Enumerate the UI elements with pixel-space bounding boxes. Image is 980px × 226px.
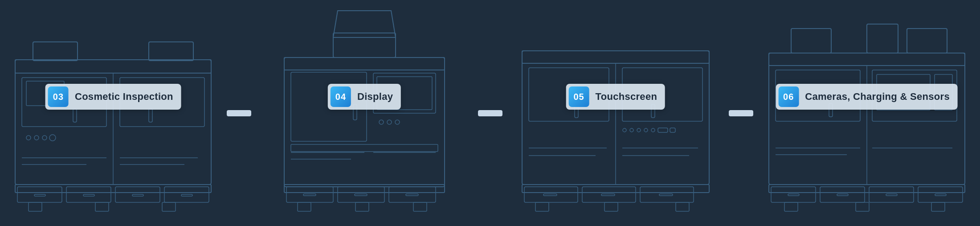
svg-rect-8 bbox=[15, 185, 211, 193]
svg-rect-101 bbox=[935, 194, 946, 196]
machine-svg-05 bbox=[509, 6, 723, 220]
svg-point-23 bbox=[49, 135, 56, 141]
svg-rect-73 bbox=[659, 194, 673, 196]
svg-rect-1 bbox=[33, 42, 78, 61]
label-badge-03[interactable]: 03 Cosmetic Inspection bbox=[45, 84, 181, 110]
svg-rect-50 bbox=[413, 202, 427, 211]
svg-point-37 bbox=[387, 120, 392, 124]
machine-slot-05: 05 Touchscreen bbox=[502, 0, 729, 226]
label-badge-04[interactable]: 04 Display bbox=[328, 84, 401, 110]
svg-rect-40 bbox=[291, 144, 438, 152]
svg-rect-71 bbox=[543, 194, 557, 196]
svg-point-38 bbox=[395, 120, 400, 124]
svg-rect-70 bbox=[640, 187, 694, 202]
svg-point-60 bbox=[623, 128, 626, 132]
svg-rect-66 bbox=[670, 128, 675, 132]
machine-slot-06: 06 Cameras, Charging & Sensors bbox=[753, 0, 980, 226]
svg-rect-15 bbox=[132, 194, 143, 196]
svg-rect-87 bbox=[769, 53, 965, 66]
svg-point-36 bbox=[379, 120, 384, 124]
svg-rect-85 bbox=[907, 29, 947, 53]
svg-rect-94 bbox=[771, 187, 816, 202]
machine-svg-03 bbox=[6, 6, 220, 220]
svg-rect-56 bbox=[522, 51, 709, 63]
station-label-04: Display bbox=[357, 91, 393, 103]
svg-rect-97 bbox=[918, 187, 963, 202]
machine-slot-03: 03 Cosmetic Inspection bbox=[0, 0, 227, 226]
svg-rect-19 bbox=[162, 202, 176, 211]
machine-svg-04 bbox=[257, 6, 471, 220]
svg-rect-16 bbox=[181, 194, 192, 196]
machine-slot-04: 04 Display bbox=[251, 0, 478, 226]
svg-rect-49 bbox=[355, 202, 369, 211]
svg-rect-13 bbox=[34, 194, 45, 196]
svg-rect-14 bbox=[83, 194, 94, 196]
svg-rect-33 bbox=[284, 58, 445, 70]
svg-rect-72 bbox=[601, 194, 615, 196]
main-scene: 03 Cosmetic Inspection bbox=[0, 0, 980, 226]
svg-point-64 bbox=[651, 128, 655, 132]
svg-rect-45 bbox=[303, 194, 316, 196]
svg-rect-46 bbox=[355, 194, 367, 196]
station-number-03: 03 bbox=[48, 86, 69, 107]
label-badge-05[interactable]: 05 Touchscreen bbox=[566, 84, 666, 110]
svg-rect-29 bbox=[149, 109, 152, 122]
station-label-06: Cameras, Charging & Sensors bbox=[805, 91, 950, 103]
svg-rect-44 bbox=[389, 187, 436, 202]
svg-rect-76 bbox=[676, 202, 689, 211]
station-label-05: Touchscreen bbox=[596, 91, 657, 103]
station-label-03: Cosmetic Inspection bbox=[75, 91, 173, 103]
svg-rect-84 bbox=[867, 24, 898, 53]
svg-rect-95 bbox=[820, 187, 865, 202]
svg-rect-75 bbox=[604, 202, 618, 211]
machine-svg-06 bbox=[760, 6, 974, 220]
svg-point-61 bbox=[630, 128, 633, 132]
svg-rect-47 bbox=[406, 194, 418, 196]
svg-rect-42 bbox=[286, 187, 333, 202]
svg-rect-104 bbox=[931, 202, 945, 211]
connector-3 bbox=[729, 110, 753, 116]
svg-rect-28 bbox=[73, 109, 77, 122]
svg-rect-69 bbox=[582, 187, 636, 202]
svg-rect-65 bbox=[658, 128, 668, 132]
svg-point-20 bbox=[26, 136, 31, 140]
station-number-05: 05 bbox=[569, 86, 589, 107]
svg-point-22 bbox=[42, 136, 47, 140]
svg-rect-17 bbox=[29, 202, 42, 211]
svg-point-63 bbox=[644, 128, 648, 132]
svg-rect-83 bbox=[791, 29, 831, 53]
svg-rect-93 bbox=[769, 185, 965, 193]
label-badge-06[interactable]: 06 Cameras, Charging & Sensors bbox=[776, 84, 958, 110]
svg-rect-43 bbox=[338, 187, 384, 202]
svg-rect-103 bbox=[856, 202, 869, 211]
svg-rect-48 bbox=[298, 202, 311, 211]
station-number-04: 04 bbox=[331, 86, 351, 107]
svg-rect-74 bbox=[535, 202, 549, 211]
svg-rect-3 bbox=[15, 60, 211, 73]
station-number-06: 06 bbox=[778, 86, 799, 107]
connector-2 bbox=[478, 110, 502, 116]
svg-rect-100 bbox=[886, 194, 897, 196]
svg-rect-31 bbox=[333, 33, 396, 58]
svg-rect-68 bbox=[524, 187, 578, 202]
svg-point-21 bbox=[34, 136, 39, 140]
svg-rect-102 bbox=[784, 202, 798, 211]
svg-rect-99 bbox=[837, 194, 848, 196]
svg-rect-96 bbox=[869, 187, 914, 202]
connector-1 bbox=[227, 110, 251, 116]
svg-rect-98 bbox=[788, 194, 799, 196]
svg-rect-2 bbox=[149, 42, 193, 61]
svg-rect-18 bbox=[95, 202, 109, 211]
svg-rect-67 bbox=[522, 185, 709, 193]
svg-point-62 bbox=[637, 128, 641, 132]
svg-rect-41 bbox=[284, 185, 445, 193]
